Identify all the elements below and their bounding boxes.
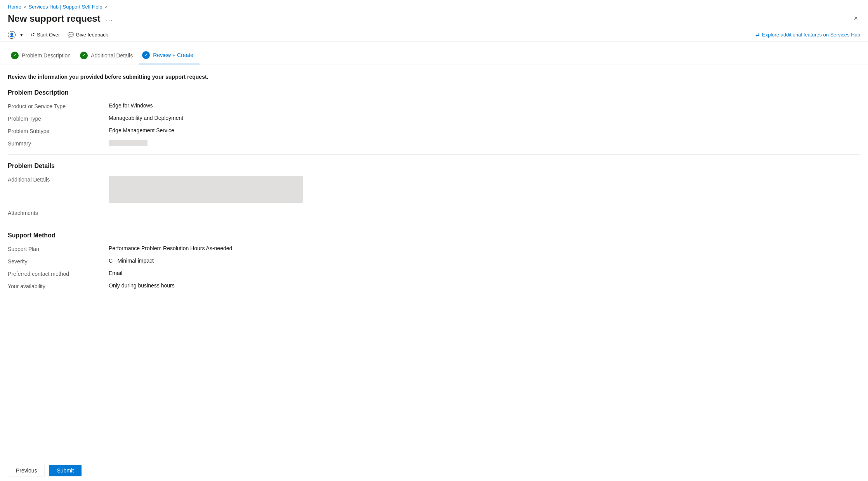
step-additional-details[interactable]: ✓ Additional Details (77, 48, 139, 64)
chevron-down-icon: ▾ (20, 32, 23, 38)
field-severity: Severity C - Minimal impact (8, 258, 860, 265)
feedback-icon: 💬 (68, 32, 74, 38)
field-preferred-contact: Preferred contact method Email (8, 270, 860, 277)
label-support-plan: Support Plan (8, 245, 109, 252)
step2-check-icon: ✓ (80, 52, 88, 59)
step3-check-icon: ✓ (142, 51, 150, 59)
label-problem-type: Problem Type (8, 115, 109, 122)
ellipsis-button[interactable]: ... (104, 14, 115, 23)
step-review-create[interactable]: ✓ Review + Create (139, 48, 200, 64)
previous-button[interactable]: Previous (8, 465, 45, 476)
explore-features-link[interactable]: ⇄ Explore additional features on Service… (755, 32, 860, 38)
start-over-label: Start Over (37, 32, 60, 38)
problem-details-title: Problem Details (8, 163, 860, 170)
breadcrumb-sep1: > (24, 4, 26, 10)
explore-features-label: Explore additional features on Services … (762, 32, 860, 38)
label-problem-subtype: Problem Subtype (8, 127, 109, 134)
field-your-availability: Your availability Only during business h… (8, 282, 860, 289)
value-problem-subtype: Edge Management Service (109, 127, 860, 133)
close-button[interactable]: × (851, 13, 860, 24)
field-problem-subtype: Problem Subtype Edge Management Service (8, 127, 860, 134)
problem-details-section: Problem Details Additional Details Attac… (8, 163, 860, 216)
main-content: Review the information you provided befo… (0, 64, 868, 460)
support-method-section: Support Method Support Plan Performance … (8, 232, 860, 289)
breadcrumb: Home > Services Hub | Support Self Help … (0, 0, 868, 11)
footer: Previous Submit (0, 460, 868, 481)
step1-label: Problem Description (22, 52, 71, 59)
user-avatar-icon: 👤 (8, 31, 16, 39)
give-feedback-button[interactable]: 💬 Give feedback (64, 30, 111, 39)
problem-description-title: Problem Description (8, 89, 860, 96)
value-additional-details-redacted (109, 176, 860, 203)
breadcrumb-sep2: > (105, 4, 108, 10)
field-product-service-type: Product or Service Type Edge for Windows (8, 102, 860, 109)
field-attachments: Attachments (8, 209, 860, 216)
label-product-service-type: Product or Service Type (8, 102, 109, 109)
submit-button[interactable]: Submit (49, 465, 82, 476)
start-over-button[interactable]: ↺ Start Over (28, 30, 63, 39)
user-dropdown-button[interactable]: ▾ (17, 30, 26, 39)
explore-icon: ⇄ (755, 32, 760, 38)
breadcrumb-services-hub[interactable]: Services Hub | Support Self Help (29, 4, 102, 10)
step1-check-icon: ✓ (11, 52, 19, 59)
label-summary: Summary (8, 140, 109, 147)
field-support-plan: Support Plan Performance Problem Resolut… (8, 245, 860, 252)
field-additional-details: Additional Details (8, 176, 860, 203)
label-attachments: Attachments (8, 209, 109, 216)
step3-label: Review + Create (153, 52, 193, 58)
divider-2 (8, 224, 860, 224)
label-severity: Severity (8, 258, 109, 265)
step-problem-description[interactable]: ✓ Problem Description (8, 48, 77, 64)
value-problem-type: Manageability and Deployment (109, 115, 860, 121)
value-product-service-type: Edge for Windows (109, 102, 860, 109)
label-your-availability: Your availability (8, 282, 109, 289)
support-method-title: Support Method (8, 232, 860, 239)
refresh-icon: ↺ (31, 32, 35, 38)
page-title: New support request (8, 13, 101, 24)
give-feedback-label: Give feedback (76, 32, 108, 38)
step2-label: Additional Details (91, 52, 133, 59)
field-summary: Summary (8, 140, 860, 147)
value-severity: C - Minimal impact (109, 258, 860, 264)
divider-1 (8, 154, 860, 155)
value-summary-redacted (109, 140, 860, 146)
label-additional-details: Additional Details (8, 176, 109, 183)
field-problem-type: Problem Type Manageability and Deploymen… (8, 115, 860, 122)
review-intro: Review the information you provided befo… (8, 74, 860, 80)
value-preferred-contact: Email (109, 270, 860, 276)
value-your-availability: Only during business hours (109, 282, 860, 289)
value-support-plan: Performance Problem Resolution Hours As-… (109, 245, 860, 251)
label-preferred-contact: Preferred contact method (8, 270, 109, 277)
steps-bar: ✓ Problem Description ✓ Additional Detai… (0, 42, 868, 64)
breadcrumb-home[interactable]: Home (8, 4, 21, 10)
problem-description-section: Problem Description Product or Service T… (8, 89, 860, 147)
